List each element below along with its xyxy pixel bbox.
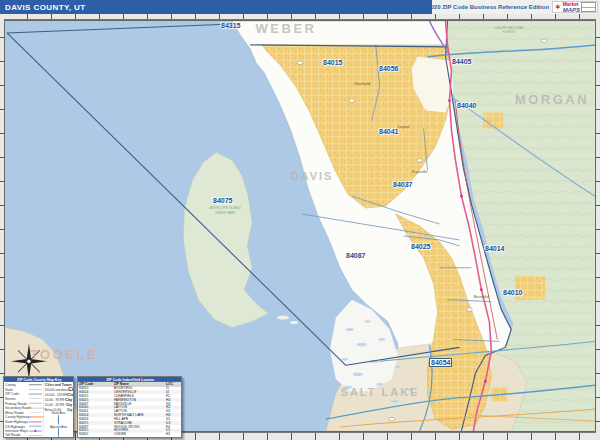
map-document: DAVIS COUNTY, UT 2020 ZIP Code Business … bbox=[0, 0, 600, 440]
line-sample bbox=[29, 403, 42, 404]
zip-label-84025: 84025 bbox=[411, 243, 430, 250]
zip-label-84010: 84010 bbox=[503, 289, 522, 296]
line-sample bbox=[29, 426, 42, 428]
county-label-salt-lake: SALT LAKE bbox=[341, 386, 420, 398]
zip-index-panel: ZIP Code Index/Grid Locator ZIP Code ZIP… bbox=[77, 376, 182, 438]
logo-star-icon: ✶ bbox=[554, 3, 562, 12]
city-label: Kaysville bbox=[412, 169, 428, 174]
zip-label-84040: 84040 bbox=[457, 102, 476, 109]
header-right-panel: 2020 ZIP Code Business Reference Edition… bbox=[432, 0, 600, 14]
forest-label-line2: FOREST bbox=[502, 30, 516, 34]
county-label-tooele: TOOELE bbox=[30, 347, 98, 362]
zip-label-84014: 84014 bbox=[485, 245, 504, 252]
line-sample bbox=[29, 430, 42, 432]
urban-patch bbox=[515, 276, 545, 300]
line-sample bbox=[29, 435, 42, 436]
city-label: Bountiful bbox=[474, 294, 490, 299]
park-label-line2: STATE PARK bbox=[215, 211, 236, 215]
forest-label-line1: CACHE NATIONAL bbox=[495, 26, 525, 30]
legend-cities-column: Cities and Towns 250,000 and aboveCity 1… bbox=[44, 382, 74, 438]
islet bbox=[290, 321, 298, 324]
zip-label-84315: 84315 bbox=[221, 22, 240, 29]
line-sample bbox=[29, 421, 42, 423]
line-sample bbox=[29, 389, 42, 390]
line-sample bbox=[29, 384, 42, 385]
logo-address-block bbox=[581, 2, 596, 12]
map-canvas: ANTELOPE ISLAND STATE PARK CACHE NATIONA… bbox=[4, 20, 596, 432]
zip-label-84405: 84405 bbox=[452, 58, 471, 65]
map-key-panel: ZIP Code County Map Key County State ZIP… bbox=[3, 376, 74, 438]
county-label-weber: WEBER bbox=[256, 21, 317, 36]
line-sample bbox=[31, 408, 44, 409]
edition-label: 2020 ZIP Code Business Reference Edition bbox=[427, 4, 549, 10]
zip-label-84075: 84075 bbox=[213, 197, 232, 204]
line-sample bbox=[31, 416, 44, 418]
water-area-sample bbox=[58, 414, 59, 424]
grid-ruler-right bbox=[596, 14, 600, 440]
legend-water-area: Water Area bbox=[45, 412, 73, 425]
zip-label-84056: 84056 bbox=[379, 65, 398, 72]
legend-row: Toll Roads bbox=[5, 433, 42, 438]
county-label-davis: DAVIS bbox=[291, 170, 334, 182]
zip-label-84037: 84037 bbox=[393, 181, 412, 188]
zip-label-84041: 84041 bbox=[379, 128, 398, 135]
publisher-logo: ✶ Market MAPS bbox=[552, 1, 598, 13]
zip-label-84087: 84087 bbox=[346, 252, 365, 259]
logo-brand-bottom: MAPS bbox=[563, 7, 580, 13]
line-sample bbox=[29, 394, 42, 395]
legend-road-column: County State ZIP Code Streets Primary Ro… bbox=[4, 382, 44, 438]
page-title: DAVIS COUNTY, UT bbox=[5, 3, 85, 12]
legend-adjacent-area: Adjacent Area bbox=[45, 425, 73, 438]
county-label-morgan: MORGAN bbox=[515, 92, 589, 107]
islet bbox=[277, 316, 289, 320]
zip-label-84015: 84015 bbox=[323, 59, 342, 66]
park-label-line1: ANTELOPE ISLAND bbox=[210, 206, 242, 210]
zip-label-84054: 84054 bbox=[429, 358, 452, 367]
city-label: Clearfield bbox=[353, 81, 370, 86]
city-label: Layton bbox=[398, 124, 410, 129]
table-row: 84405OGDENH1 bbox=[78, 433, 182, 437]
adjacent-area-sample bbox=[58, 428, 59, 438]
